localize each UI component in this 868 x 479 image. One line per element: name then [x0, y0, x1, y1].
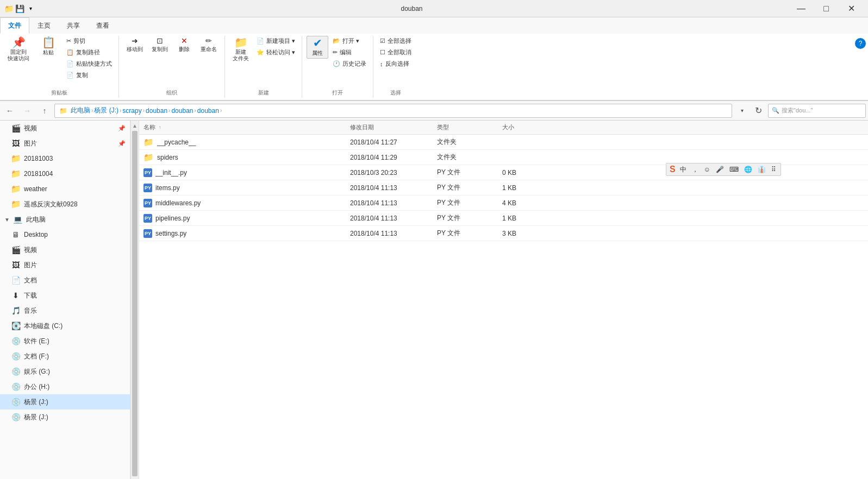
breadcrumb-scrapy[interactable]: scrapy: [122, 107, 141, 115]
file-row-pycache[interactable]: 📁 __pycache__ 2018/10/4 11:27 文件夹: [139, 135, 868, 150]
clipboard-buttons: 📌 固定到快速访问 📋 粘贴 ✂ 剪切 📋 复制路径: [4, 36, 114, 98]
paste-button[interactable]: 📋 粘贴: [35, 36, 62, 58]
col-date[interactable]: 修改日期: [350, 123, 437, 131]
sidebar-item-documents[interactable]: 📄 文档: [0, 273, 130, 288]
tab-view[interactable]: 查看: [88, 17, 117, 34]
open-button[interactable]: 📂 打开 ▾: [330, 36, 369, 46]
sidebar-item-drive-e[interactable]: 💿 软件 (E:): [0, 333, 130, 349]
file-row-settings[interactable]: PY settings.py 2018/10/4 11:13 PY 文件 3 K…: [139, 226, 868, 241]
sogou-chinese-mode[interactable]: 中: [679, 165, 688, 174]
breadcrumb-drive[interactable]: 杨景 (J:): [94, 106, 118, 115]
select-buttons: ☑ 全部选择 ☐ 全部取消 ↕ 反向选择: [378, 36, 414, 98]
pin-to-quick-access-button[interactable]: 📌 固定到快速访问: [4, 36, 33, 63]
file-row-pipelines[interactable]: PY pipelines.py 2018/10/4 11:13 PY 文件 1 …: [139, 211, 868, 226]
sogou-voice[interactable]: 🎤: [715, 166, 725, 173]
sogou-emoji[interactable]: ☺: [703, 166, 711, 173]
refresh-button[interactable]: ↻: [751, 103, 766, 118]
sogou-keyboard[interactable]: ⌨: [728, 166, 740, 173]
search-bar[interactable]: 🔍 搜索"dou...": [768, 104, 866, 118]
history-button[interactable]: 🕐 历史记录: [330, 59, 369, 69]
properties-button[interactable]: ✔ 属性: [307, 36, 328, 59]
breadcrumb-douban3[interactable]: douban: [197, 107, 219, 115]
select-all-button[interactable]: ☑ 全部选择: [378, 36, 414, 46]
ribbon-group-select: ☑ 全部选择 ☐ 全部取消 ↕ 反向选择 选择: [373, 36, 418, 98]
copy-button[interactable]: 📄 复制: [64, 70, 114, 80]
tab-home[interactable]: 主页: [29, 17, 59, 34]
sidebar-item-desktop[interactable]: 🖥 Desktop: [0, 227, 130, 242]
tab-file[interactable]: 文件: [0, 17, 29, 34]
file-row-items[interactable]: PY items.py 2018/10/4 11:13 PY 文件 1 KB: [139, 180, 868, 196]
copy-path-button[interactable]: 📋 复制路径: [64, 47, 114, 58]
sogou-punctuation[interactable]: ，: [691, 165, 700, 174]
title-bar-icons: 📁 💾 ▾: [4, 4, 35, 13]
copy-path-icon: 📋: [66, 49, 74, 56]
ribbon-tabs: 文件 主页 共享 查看: [0, 17, 868, 34]
scroll-up-button[interactable]: ▲: [132, 123, 138, 129]
sidebar-item-drive-f[interactable]: 💿 文档 (F:): [0, 349, 130, 364]
copy-icon: 📄: [66, 72, 74, 79]
sidebar-item-pictures-quick[interactable]: 🖼 图片 📌: [0, 136, 130, 151]
file-list-header: 名称 ↑ 修改日期 类型 大小: [139, 121, 868, 135]
tab-share[interactable]: 共享: [59, 17, 88, 34]
sogou-language[interactable]: 🌐: [743, 166, 753, 173]
copy-to-button[interactable]: ⊡ 复制到: [148, 36, 171, 54]
breadcrumb-douban2[interactable]: douban: [171, 107, 193, 115]
drive-e-icon: 💿: [11, 337, 21, 345]
sidebar-item-videos-quick[interactable]: 🎬 视频 📌: [0, 121, 130, 136]
easy-access-button[interactable]: ⭐ 轻松访问 ▾: [254, 47, 297, 58]
address-bar[interactable]: 📁 此电脑 › 杨景 (J:) › scrapy › douban › doub…: [54, 104, 732, 118]
dropdown-icon[interactable]: ▾: [26, 4, 35, 13]
invert-selection-button[interactable]: ↕ 反向选择: [378, 59, 414, 69]
col-type[interactable]: 类型: [437, 123, 502, 131]
scrollbar-thumb[interactable]: [132, 131, 138, 476]
up-button[interactable]: ↑: [37, 103, 52, 118]
sidebar-this-pc-header[interactable]: ▼ 💻 此电脑: [0, 212, 130, 227]
new-item-button[interactable]: 📄 新建项目 ▾: [254, 36, 297, 46]
sidebar-item-drive-h[interactable]: 💿 办公 (H:): [0, 379, 130, 394]
breadcrumb-this-pc[interactable]: 此电脑: [71, 106, 90, 115]
sidebar-item-20181004[interactable]: 📁 20181004: [0, 166, 130, 181]
col-size[interactable]: 大小: [502, 123, 546, 131]
file-row-middlewares[interactable]: PY middlewares.py 2018/10/4 11:13 PY 文件 …: [139, 196, 868, 211]
sidebar-item-local-c[interactable]: 💽 本地磁盘 (C:): [0, 318, 130, 333]
close-button[interactable]: ✕: [839, 0, 864, 17]
edit-button[interactable]: ✏ 编辑: [330, 47, 369, 58]
docs-icon: 📄: [11, 276, 21, 285]
sidebar-item-yaogan[interactable]: 📁 遥感反演文献0928: [0, 197, 130, 212]
rename-button[interactable]: ✏ 重命名: [197, 36, 220, 54]
file-name-label-items: items.py: [155, 184, 180, 192]
address-dropdown-button[interactable]: ▾: [734, 103, 750, 118]
downloads-icon: ⬇: [11, 291, 21, 300]
paste-shortcut-button[interactable]: 📄 粘贴快捷方式: [64, 59, 114, 69]
sidebar-label-music: 音乐: [24, 306, 37, 316]
breadcrumb-douban1[interactable]: douban: [146, 107, 167, 115]
sidebar-item-downloads[interactable]: ⬇ 下载: [0, 288, 130, 303]
maximize-button[interactable]: □: [814, 0, 839, 17]
delete-button[interactable]: ✕ 删除: [173, 36, 195, 54]
back-button[interactable]: ←: [2, 103, 17, 118]
move-to-button[interactable]: ➜ 移动到: [123, 36, 146, 54]
sidebar-item-music[interactable]: 🎵 音乐: [0, 303, 130, 318]
minimize-button[interactable]: —: [789, 0, 814, 17]
sogou-skin[interactable]: 👔: [757, 166, 767, 173]
file-name-spiders: 📁 spiders: [143, 153, 350, 162]
sogou-logo: S: [670, 165, 676, 174]
deselect-all-button[interactable]: ☐ 全部取消: [378, 47, 414, 58]
cut-button[interactable]: ✂ 剪切: [64, 36, 114, 46]
sidebar-item-drive-g[interactable]: 💿 娱乐 (G:): [0, 364, 130, 379]
sidebar-item-drive-j[interactable]: 💿 杨景 (J:): [0, 394, 130, 409]
sidebar-item-20181003[interactable]: 📁 20181003: [0, 151, 130, 166]
sidebar-item-videos[interactable]: 🎬 视频: [0, 242, 130, 257]
sidebar-item-pictures[interactable]: 🖼 图片: [0, 257, 130, 273]
sidebar: 🎬 视频 📌 🖼 图片 📌 📁 20181003 📁 20181004 📁 we…: [0, 121, 130, 479]
sidebar-item-drive-j2[interactable]: 💿 杨景 (J:): [0, 409, 130, 425]
computer-icon: 💻: [13, 215, 23, 224]
sidebar-item-weather[interactable]: 📁 weather: [0, 181, 130, 197]
new-folder-button[interactable]: 📁 新建文件夹: [229, 36, 252, 63]
ribbon: 文件 主页 共享 查看 📌 固定到快速访问 📋 粘贴: [0, 17, 868, 101]
cut-icon: ✂: [66, 37, 71, 45]
help-button[interactable]: ?: [855, 38, 866, 49]
col-name[interactable]: 名称 ↑: [143, 123, 350, 131]
sogou-more[interactable]: ⠿: [770, 166, 777, 173]
forward-button[interactable]: →: [20, 103, 35, 118]
